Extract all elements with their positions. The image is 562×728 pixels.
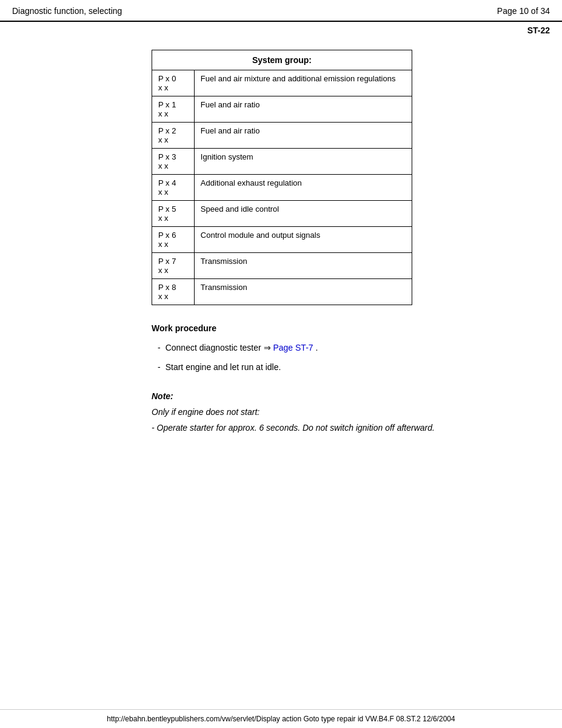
- note-section: Note: Only if engine does not start: - O…: [152, 391, 550, 439]
- note-text-2: - Operate starter for approx. 6 seconds.…: [152, 423, 550, 433]
- table-row: P x 0 x xFuel and air mixture and additi…: [152, 70, 412, 96]
- table-code-cell: P x 6 x x: [152, 227, 195, 253]
- st-label: ST-22: [0, 22, 562, 38]
- note-title: Note:: [152, 391, 550, 401]
- procedure-text-after-1: .: [313, 343, 318, 352]
- system-group-table-container: System group: P x 0 x xFuel and air mixt…: [152, 50, 550, 305]
- table-code-cell: P x 0 x x: [152, 70, 195, 96]
- table-desc-cell: Ignition system: [194, 149, 412, 175]
- table-header: System group:: [152, 50, 412, 70]
- table-desc-cell: Control module and output signals: [194, 227, 412, 253]
- table-row: P x 8 x xTransmission: [152, 279, 412, 305]
- table-code-cell: P x 8 x x: [152, 279, 195, 305]
- table-desc-cell: Transmission: [194, 253, 412, 279]
- table-code-cell: P x 4 x x: [152, 175, 195, 201]
- table-desc-cell: Speed and idle control: [194, 201, 412, 227]
- table-row: P x 6 x xControl module and output signa…: [152, 227, 412, 253]
- table-code-cell: P x 7 x x: [152, 253, 195, 279]
- table-code-cell: P x 5 x x: [152, 201, 195, 227]
- page-header: Diagnostic function, selecting Page 10 o…: [0, 0, 562, 22]
- procedure-text-before-1: Connect diagnostic tester ⇒: [166, 343, 273, 352]
- table-row: P x 4 x xAdditional exhaust regulation: [152, 175, 412, 201]
- table-row: P x 3 x xIgnition system: [152, 149, 412, 175]
- work-procedure-section: Work procedure - Connect diagnostic test…: [152, 323, 550, 382]
- dash-1: -: [158, 343, 161, 352]
- system-group-table: System group: P x 0 x xFuel and air mixt…: [152, 50, 412, 305]
- table-row: P x 7 x xTransmission: [152, 253, 412, 279]
- table-desc-cell: Transmission: [194, 279, 412, 305]
- page-st7-link[interactable]: Page ST-7: [273, 343, 313, 352]
- dash-2: -: [158, 362, 161, 372]
- procedure-item-1: - Connect diagnostic tester ⇒ Page ST-7 …: [158, 343, 550, 352]
- table-code-cell: P x 2 x x: [152, 123, 195, 149]
- work-procedure-title: Work procedure: [152, 323, 550, 333]
- main-content: System group: P x 0 x xFuel and air mixt…: [0, 38, 562, 451]
- table-row: P x 2 x xFuel and air ratio: [152, 123, 412, 149]
- page-footer: http://ebahn.bentleypublishers.com/vw/se…: [0, 709, 562, 728]
- table-code-cell: P x 1 x x: [152, 96, 195, 123]
- procedure-text-2: Start engine and let run at idle.: [166, 362, 281, 372]
- footer-text: http://ebahn.bentleypublishers.com/vw/se…: [107, 715, 455, 723]
- table-row: P x 1 x xFuel and air ratio: [152, 96, 412, 123]
- page-number: Page 10 of 34: [497, 6, 550, 16]
- table-desc-cell: Additional exhaust regulation: [194, 175, 412, 201]
- procedure-item-2: - Start engine and let run at idle.: [158, 362, 550, 372]
- table-desc-cell: Fuel and air mixture and additional emis…: [194, 70, 412, 96]
- table-desc-cell: Fuel and air ratio: [194, 96, 412, 123]
- note-text-1: Only if engine does not start:: [152, 407, 550, 417]
- procedure-text-1: Connect diagnostic tester ⇒ Page ST-7 .: [166, 343, 318, 352]
- table-code-cell: P x 3 x x: [152, 149, 195, 175]
- page-title: Diagnostic function, selecting: [12, 6, 122, 16]
- table-row: P x 5 x xSpeed and idle control: [152, 201, 412, 227]
- table-desc-cell: Fuel and air ratio: [194, 123, 412, 149]
